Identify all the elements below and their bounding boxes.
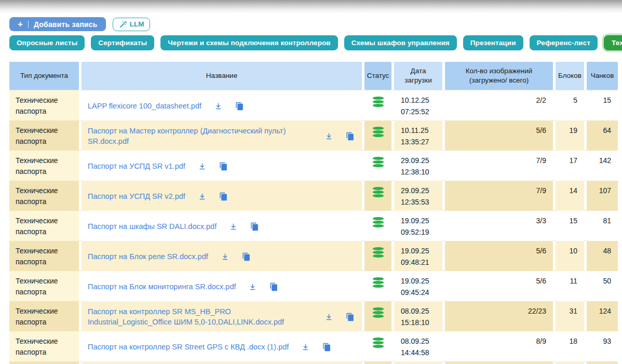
database-status-icon	[373, 127, 384, 152]
images-count-cell: 3/3	[445, 211, 553, 242]
file-link[interactable]: Паспорт на УСПД SR v2.pdf	[88, 191, 185, 201]
toolbar: + Добавить запись LLM	[9, 17, 622, 31]
add-record-label: Добавить запись	[34, 20, 98, 29]
col-header-name: Название	[82, 62, 362, 90]
database-status-icon	[373, 277, 384, 302]
col-header-date: Дата загрузки	[394, 62, 442, 90]
chunks-count-cell: 81	[587, 211, 618, 242]
file-link[interactable]: Паспорт на шкафы SR DALI.docx.pdf	[88, 221, 217, 232]
copy-icon[interactable]	[219, 192, 228, 201]
copy-icon[interactable]	[322, 343, 331, 352]
blocks-count-cell: 15	[556, 211, 584, 242]
doc-name-cell: Паспорт на Блок мониторинга SR.docx.pdf	[82, 271, 362, 302]
chunks-count-cell: 107	[587, 181, 618, 212]
llm-button[interactable]: LLM	[113, 18, 151, 31]
download-icon[interactable]	[324, 132, 333, 141]
tab-item[interactable]: Чертежи и схемы подключения контроллеров	[160, 35, 338, 50]
images-count-cell: 8/9	[445, 331, 553, 362]
status-cell	[364, 241, 391, 272]
copy-icon[interactable]	[269, 282, 278, 291]
top-shadow-bar	[0, 0, 622, 14]
database-status-icon	[373, 187, 384, 212]
download-icon[interactable]	[221, 252, 229, 261]
llm-label: LLM	[130, 20, 144, 28]
file-link[interactable]: LAPP flexicore 100_datasheet.pdf	[88, 101, 201, 111]
copy-icon[interactable]	[250, 222, 259, 231]
blocks-count-cell: 19	[556, 120, 584, 152]
tab-item[interactable]: Сертификаты	[91, 35, 154, 50]
database-status-icon	[373, 307, 384, 332]
partial-next-row	[9, 361, 618, 364]
upload-time: 09:45:24	[401, 287, 439, 299]
download-icon[interactable]	[229, 222, 238, 231]
images-count-cell: 7/9	[445, 181, 553, 212]
button-divider	[28, 21, 29, 28]
chunks-count-cell: 124	[587, 301, 618, 332]
blocks-count-cell: 11	[556, 271, 584, 302]
tab-item[interactable]: Опросные листы	[9, 35, 85, 50]
file-link[interactable]: Паспорт на Блок мониторинга SR.docx.pdf	[88, 281, 236, 292]
chunks-count-cell: 48	[587, 241, 618, 272]
copy-icon[interactable]	[242, 252, 251, 261]
doc-type-cell: Технические паспорта	[9, 331, 79, 362]
status-cell	[364, 271, 391, 302]
table-row: Технические паспорта LAPP flexicore 100_…	[9, 90, 618, 120]
download-icon[interactable]	[198, 192, 207, 201]
database-status-icon	[373, 97, 384, 122]
images-count-cell: 5/6	[445, 271, 553, 302]
download-icon[interactable]	[198, 162, 207, 171]
upload-date-cell: 19.09.25 09:48:21	[394, 241, 442, 272]
doc-name-cell: Паспорт на Блок реле SR.docx.pdf	[82, 241, 362, 272]
images-count-cell: 22/23	[445, 301, 553, 332]
upload-date-cell: 08.09.25 14:44:58	[394, 331, 442, 362]
upload-date-cell: 19.09.25 09:52:19	[394, 211, 442, 242]
upload-date-cell: 10.11.25 13:35:27	[394, 120, 442, 152]
table-row: Технические паспорта Паспорт на Блок рел…	[9, 240, 618, 271]
table-row: Технические паспорта Паспорт на шкафы SR…	[9, 210, 618, 240]
plus-icon: +	[18, 20, 23, 29]
tab-item[interactable]: Схемы шкафов управления	[344, 35, 457, 50]
col-header-doc-type: Тип документа	[9, 62, 79, 90]
status-cell	[364, 301, 391, 332]
file-link[interactable]: Паспорт на контроллер SR MS_HB_PRO Indus…	[88, 306, 312, 328]
copy-icon[interactable]	[219, 162, 228, 171]
upload-date: 08.09.25	[401, 336, 439, 347]
col-header-images: Кол-во изображений (загружено/ всего)	[445, 62, 553, 90]
upload-date-cell: 29.09.25 12:38:10	[394, 151, 442, 182]
file-link[interactable]: Паспорт на УСПД SR v1.pdf	[88, 161, 185, 171]
download-icon[interactable]	[214, 102, 223, 111]
file-link[interactable]: Паспорт на контроллер SR Street GPS с КВ…	[88, 342, 289, 352]
blocks-count-cell: 10	[556, 241, 584, 272]
copy-icon[interactable]	[346, 132, 355, 141]
file-link[interactable]: Паспорт на Мастер контроллер (Диагностич…	[88, 126, 312, 147]
copy-icon[interactable]	[346, 313, 355, 321]
table-body: Технические паспорта LAPP flexicore 100_…	[9, 90, 618, 361]
chunks-count-cell: 15	[587, 90, 618, 122]
status-cell	[364, 120, 391, 152]
upload-time: 15:18:10	[401, 317, 439, 329]
images-count-cell: 5/6	[445, 241, 553, 272]
file-link[interactable]: Паспорт на Блок реле SR.docx.pdf	[88, 251, 208, 262]
upload-date: 29.09.25	[401, 155, 439, 167]
database-status-icon	[373, 157, 384, 182]
download-icon[interactable]	[324, 313, 333, 321]
upload-date: 19.09.25	[401, 215, 439, 227]
copy-icon[interactable]	[235, 102, 244, 111]
download-icon[interactable]	[248, 282, 257, 291]
doc-name-cell: Паспорт на УСПД SR v2.pdf	[82, 181, 362, 212]
tab-active[interactable]: Технические паспорта	[604, 35, 622, 50]
table-row: Технические паспорта Паспорт на Мастер к…	[9, 120, 618, 150]
doc-name-cell: LAPP flexicore 100_datasheet.pdf	[82, 90, 362, 122]
tab-item[interactable]: Презентации	[463, 35, 523, 50]
upload-time: 09:48:21	[401, 257, 439, 268]
col-header-chunks: Чанков	[587, 62, 618, 90]
add-record-button[interactable]: + Добавить запись	[9, 17, 106, 31]
doc-type-cell: Технические паспорта	[9, 151, 79, 182]
doc-type-cell: Технические паспорта	[9, 241, 79, 272]
tab-item[interactable]: Референс-лист	[530, 35, 598, 50]
download-icon[interactable]	[301, 343, 310, 352]
upload-date-cell: 10.12.25 07:25:52	[394, 90, 442, 122]
upload-date-cell: 08.09.25 15:18:10	[394, 301, 442, 332]
doc-name-cell: Паспорт на Мастер контроллер (Диагностич…	[82, 120, 362, 152]
images-count-cell: 2/2	[445, 90, 553, 122]
